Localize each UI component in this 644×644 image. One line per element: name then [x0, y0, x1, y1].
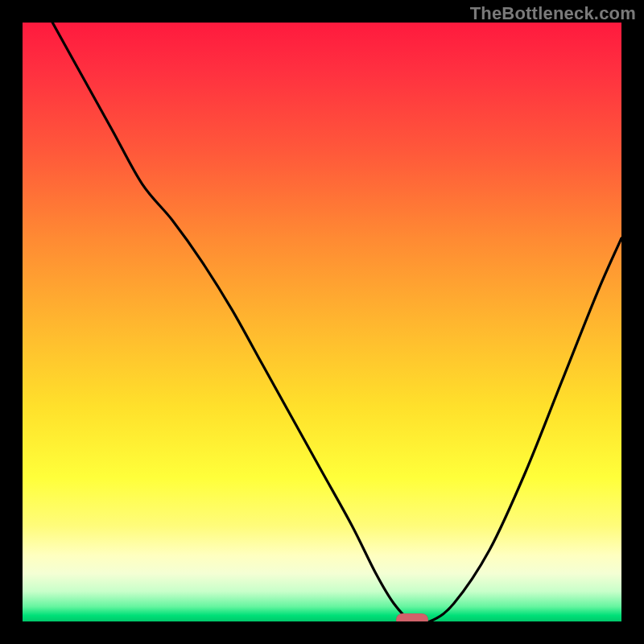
bottleneck-curve: [23, 23, 621, 621]
chart-frame: TheBottleneck.com: [0, 0, 644, 644]
plot-area: [23, 23, 621, 621]
watermark-text: TheBottleneck.com: [470, 3, 636, 24]
optimal-marker: [396, 613, 428, 621]
